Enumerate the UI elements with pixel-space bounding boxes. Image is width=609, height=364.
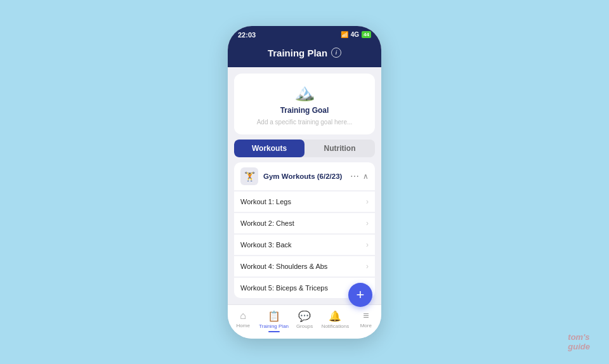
status-bar: 22:03 📶 4G 44 (228, 26, 381, 42)
nav-item-more[interactable]: ≡ More (351, 310, 381, 328)
workout-label: Workout 1: Legs (240, 198, 291, 205)
main-content: 🏔️ Training Goal Add a specific training… (228, 74, 381, 298)
training-goal-card: 🏔️ Training Goal Add a specific training… (234, 74, 375, 134)
workout-label: Workout 2: Chest (240, 219, 294, 227)
status-time: 22:03 (238, 31, 256, 39)
network-type: 4G (351, 31, 359, 38)
tab-nutrition[interactable]: Nutrition (304, 140, 375, 157)
chevron-right-icon: › (366, 219, 369, 228)
app-header: Training Plan i (228, 42, 381, 67)
watermark: tom's guide (568, 332, 590, 351)
more-options-icon[interactable]: ⋯ (350, 171, 359, 181)
home-icon: ⌂ (240, 310, 246, 322)
phone-frame: 22:03 📶 4G 44 Training Plan i 🏔️ Trainin… (228, 26, 381, 339)
status-icons: 📶 4G 44 (341, 31, 371, 38)
workout-item[interactable]: Workout 1: Legs › (234, 192, 375, 212)
workout-item[interactable]: Workout 3: Back › (234, 235, 375, 255)
chevron-right-icon: › (366, 262, 369, 271)
group-title: Gym Workouts (6/2/23) (263, 172, 345, 180)
more-icon: ≡ (363, 310, 369, 322)
battery-badge: 44 (362, 31, 371, 38)
training-plan-icon: 📋 (268, 310, 280, 322)
chevron-right-icon: › (366, 197, 369, 206)
training-plan-label: Training Plan (259, 323, 289, 329)
group-header: 🏋️ Gym Workouts (6/2/23) ⋯ ∧ (234, 162, 375, 190)
tab-bar: Workouts Nutrition (234, 140, 375, 157)
goal-icon: 🏔️ (294, 82, 315, 102)
nav-item-notifications[interactable]: 🔔 Notifications (320, 310, 350, 329)
workout-section: 🏋️ Gym Workouts (6/2/23) ⋯ ∧ Workout 1: … (234, 162, 375, 298)
group-icon: 🏋️ (240, 167, 258, 185)
workout-label: Workout 3: Back (240, 241, 292, 249)
nav-item-training-plan[interactable]: 📋 Training Plan (258, 310, 289, 332)
workout-label: Workout 4: Shoulders & Abs (240, 263, 327, 270)
home-label: Home (237, 323, 250, 328)
more-label: More (360, 323, 372, 328)
groups-icon: 💬 (298, 310, 311, 322)
tab-workouts[interactable]: Workouts (234, 140, 304, 157)
workout-list: Workout 1: Legs › Workout 2: Chest › Wor… (234, 192, 375, 298)
watermark-text2: guide (568, 342, 590, 351)
collapse-icon[interactable]: ∧ (363, 172, 369, 181)
nav-item-groups[interactable]: 💬 Groups (289, 310, 320, 329)
goal-placeholder: Add a specific training goal here... (257, 119, 353, 126)
workout-item[interactable]: Workout 2: Chest › (234, 213, 375, 233)
active-indicator (268, 331, 280, 332)
chevron-right-icon: › (366, 240, 369, 249)
workout-item[interactable]: Workout 4: Shoulders & Abs › (234, 256, 375, 276)
nav-item-home[interactable]: ⌂ Home (228, 310, 258, 328)
watermark-text1: tom's (568, 332, 589, 342)
goal-title: Training Goal (280, 106, 329, 115)
info-icon[interactable]: i (331, 48, 341, 58)
add-workout-fab[interactable]: + (348, 283, 372, 307)
group-actions: ⋯ ∧ (350, 171, 369, 181)
bottom-navigation: ⌂ Home 📋 Training Plan 💬 Groups 🔔 Notifi… (228, 304, 381, 339)
notifications-icon: 🔔 (329, 310, 341, 322)
page-title: Training Plan (268, 48, 327, 58)
notifications-label: Notifications (322, 323, 350, 329)
workout-label: Workout 5: Biceps & Triceps (240, 284, 328, 292)
signal-icon: 📶 (341, 31, 348, 38)
groups-label: Groups (296, 323, 313, 329)
